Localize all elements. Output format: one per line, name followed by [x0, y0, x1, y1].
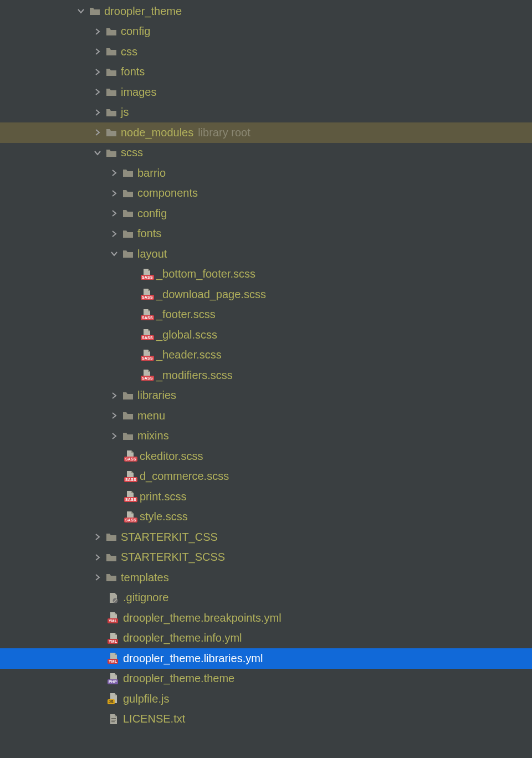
- folder-label: libraries: [137, 389, 176, 402]
- folder-row-libraries[interactable]: libraries: [0, 386, 532, 406]
- folder-row-scss[interactable]: scss: [0, 143, 532, 163]
- file-label: _modifiers.scss: [156, 369, 233, 382]
- svg-rect-3: [111, 720, 116, 720]
- folder-row-menu[interactable]: menu: [0, 406, 532, 426]
- folder-row-templates[interactable]: templates: [0, 567, 532, 588]
- chevron-right-icon[interactable]: [109, 431, 120, 442]
- file-row-droopler-theme-theme[interactable]: PHPdroopler_theme.theme: [0, 669, 532, 689]
- file-row-droopler-theme-info-yml[interactable]: YMLdroopler_theme.info.yml: [0, 628, 532, 649]
- chevron-right-icon[interactable]: [92, 66, 103, 78]
- folder-label: mixins: [137, 429, 169, 442]
- file-label: d_commerce.scss: [140, 470, 229, 483]
- chevron-right-icon[interactable]: [109, 228, 120, 239]
- chevron-right-icon[interactable]: [109, 167, 120, 178]
- yml-file-icon: YML: [108, 652, 120, 664]
- folder-icon: [122, 229, 134, 239]
- folder-row-barrio[interactable]: barrio: [0, 163, 532, 183]
- folder-row-layout[interactable]: layout: [0, 244, 532, 264]
- folder-row-fonts[interactable]: fonts: [0, 62, 532, 83]
- js-file-icon: JS: [108, 693, 120, 705]
- folder-row-starterkit-scss[interactable]: STARTERKIT_SCSS: [0, 547, 532, 568]
- file-label: LICENSE.txt: [123, 713, 185, 725]
- folder-row-config[interactable]: config: [0, 203, 532, 224]
- chevron-down-icon[interactable]: [109, 248, 120, 259]
- file-row--bottom-footer-scss[interactable]: SASS_bottom_footer.scss: [0, 264, 532, 285]
- file-row--header-scss[interactable]: SASS_header.scss: [0, 345, 532, 366]
- chevron-right-icon[interactable]: [109, 208, 120, 219]
- arrow-placeholder: [125, 370, 139, 381]
- folder-icon: [122, 208, 134, 218]
- folder-row-images[interactable]: images: [0, 82, 532, 103]
- file-label: _header.scss: [156, 349, 222, 361]
- folder-row-js[interactable]: js: [0, 103, 532, 123]
- sass-file-icon: SASS: [141, 369, 153, 381]
- folder-row-node-modules[interactable]: node_moduleslibrary root: [0, 122, 532, 143]
- folder-label: layout: [137, 248, 167, 260]
- arrow-placeholder: [125, 350, 139, 361]
- yml-file-icon: YML: [108, 612, 120, 624]
- arrow-placeholder: [125, 269, 139, 280]
- folder-label: menu: [137, 409, 165, 422]
- folder-label: droopler_theme: [104, 5, 182, 18]
- folder-label: images: [121, 86, 156, 99]
- folder-icon: [105, 148, 117, 158]
- file-row--modifiers-scss[interactable]: SASS_modifiers.scss: [0, 365, 532, 386]
- folder-icon: [89, 6, 101, 16]
- chevron-right-icon[interactable]: [92, 552, 103, 563]
- file-label: _bottom_footer.scss: [156, 268, 255, 280]
- yml-file-icon: YML: [108, 632, 120, 644]
- file-label: print.scss: [140, 490, 186, 503]
- file-label: _global.scss: [156, 329, 217, 341]
- chevron-down-icon[interactable]: [75, 6, 86, 17]
- folder-label: STARTERKIT_CSS: [121, 531, 218, 544]
- chevron-right-icon[interactable]: [109, 188, 120, 199]
- chevron-right-icon[interactable]: [109, 390, 120, 401]
- folder-label: scss: [121, 146, 143, 159]
- chevron-right-icon[interactable]: [109, 410, 120, 421]
- folder-label: components: [137, 187, 198, 199]
- file-label: droopler_theme.libraries.yml: [123, 652, 263, 665]
- folder-icon: [105, 572, 117, 582]
- folder-icon: [122, 188, 134, 198]
- chevron-right-icon[interactable]: [92, 127, 103, 138]
- folder-row-components[interactable]: components: [0, 183, 532, 204]
- sass-file-icon: SASS: [141, 268, 153, 280]
- file-label: droopler_theme.theme: [123, 672, 234, 685]
- file-row-print-scss[interactable]: SASSprint.scss: [0, 486, 532, 507]
- file-row-gulpfile-js[interactable]: JSgulpfile.js: [0, 689, 532, 709]
- file-row-license-txt[interactable]: LICENSE.txt: [0, 709, 532, 730]
- sass-file-icon: SASS: [141, 309, 153, 321]
- file-row-ckeditor-scss[interactable]: SASSckeditor.scss: [0, 446, 532, 467]
- folder-row-css[interactable]: css: [0, 42, 532, 62]
- file-row--footer-scss[interactable]: SASS_footer.scss: [0, 305, 532, 325]
- chevron-down-icon[interactable]: [92, 147, 103, 158]
- arrow-placeholder: [125, 289, 139, 300]
- file-label: _download_page.scss: [156, 288, 266, 301]
- folder-row-config[interactable]: config: [0, 22, 532, 42]
- chevron-right-icon[interactable]: [92, 531, 103, 542]
- folder-icon: [105, 127, 117, 137]
- folder-label: js: [121, 106, 129, 119]
- gitignore-file-icon: [108, 592, 120, 604]
- file-label: droopler_theme.info.yml: [123, 632, 242, 644]
- project-tree[interactable]: droopler_themeconfigcssfontsimagesjsnode…: [0, 0, 532, 729]
- file-row--gitignore[interactable]: .gitignore: [0, 588, 532, 608]
- chevron-right-icon[interactable]: [92, 572, 103, 583]
- folder-icon: [122, 249, 134, 259]
- sass-file-icon: SASS: [124, 450, 136, 462]
- folder-icon: [105, 47, 117, 57]
- chevron-right-icon[interactable]: [92, 46, 103, 57]
- chevron-right-icon[interactable]: [92, 107, 103, 118]
- file-row--global-scss[interactable]: SASS_global.scss: [0, 325, 532, 345]
- folder-row-droopler-theme[interactable]: droopler_theme: [0, 1, 532, 22]
- chevron-right-icon[interactable]: [92, 26, 103, 37]
- file-row-style-scss[interactable]: SASSstyle.scss: [0, 507, 532, 527]
- file-row--download-page-scss[interactable]: SASS_download_page.scss: [0, 284, 532, 305]
- chevron-right-icon[interactable]: [92, 86, 103, 98]
- folder-row-starterkit-css[interactable]: STARTERKIT_CSS: [0, 527, 532, 547]
- file-row-droopler-theme-libraries-yml[interactable]: YMLdroopler_theme.libraries.yml: [0, 648, 532, 669]
- folder-row-fonts[interactable]: fonts: [0, 224, 532, 244]
- file-row-droopler-theme-breakpoints-yml[interactable]: YMLdroopler_theme.breakpoints.yml: [0, 608, 532, 628]
- folder-row-mixins[interactable]: mixins: [0, 426, 532, 447]
- file-row-d-commerce-scss[interactable]: SASSd_commerce.scss: [0, 467, 532, 487]
